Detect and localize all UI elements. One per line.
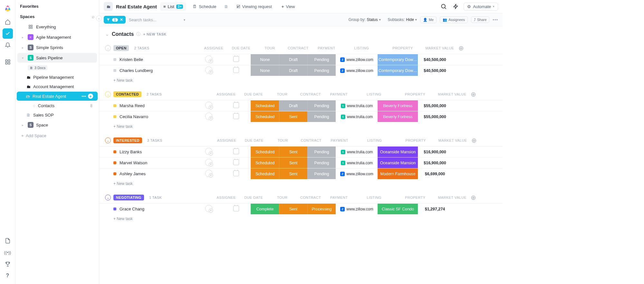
sidebar-item-account-mgmt[interactable]: 🖿 Account Management <box>17 82 97 91</box>
contract-cell[interactable]: Sent <box>279 111 307 122</box>
market-value-cell[interactable]: $16,900,000 <box>418 157 452 168</box>
property-cell[interactable]: Contemporary Dow… <box>378 65 418 76</box>
property-cell[interactable]: Oceanside Mansion <box>378 147 418 157</box>
filter-chip[interactable]: 1 ✕ <box>104 16 126 24</box>
table-row[interactable]: Kristen Belle None Draft Pending Zwww.zi… <box>99 54 503 65</box>
market-value-cell[interactable]: $16,900,000 <box>418 147 452 157</box>
add-assignee-icon[interactable] <box>205 56 212 63</box>
task-name[interactable]: Ashley James <box>99 169 196 179</box>
calendar-icon[interactable] <box>233 56 239 62</box>
property-cell[interactable]: Modern Farmhouse <box>378 168 418 179</box>
assignee-cell[interactable] <box>196 102 222 110</box>
market-value-cell[interactable]: $40,500,000 <box>418 54 452 65</box>
property-cell[interactable]: Beverly Fortress <box>378 111 418 122</box>
property-cell[interactable]: Oceanside Mansion <box>378 157 418 168</box>
sidebar-item-agile[interactable]: ▸ ≡ Agile Management <box>17 32 97 42</box>
calendar-icon[interactable] <box>233 113 239 119</box>
search-icon[interactable] <box>439 2 448 11</box>
assignee-cell[interactable] <box>196 66 222 75</box>
table-row[interactable]: Marvel Watson Scheduled Sent Pending tww… <box>99 157 503 168</box>
spaces-header[interactable]: Spaces⌕ <box>15 11 99 22</box>
due-date-cell[interactable] <box>222 170 251 177</box>
col-tour[interactable]: TOUR <box>268 196 296 199</box>
table-row[interactable]: Grace Chang Complete Sent Processing Zww… <box>99 203 503 214</box>
search-icon[interactable]: ⌕ <box>92 14 94 19</box>
trophy-icon[interactable] <box>3 259 13 269</box>
collapse-group-icon[interactable]: ⌄ <box>105 137 111 143</box>
add-assignee-icon[interactable] <box>205 159 212 166</box>
col-property[interactable]: PROPERTY <box>395 92 435 96</box>
assignee-cell[interactable] <box>196 148 222 156</box>
col-assignee[interactable]: ASSIGNEE <box>201 46 226 50</box>
calendar-icon[interactable] <box>233 159 239 165</box>
task-name[interactable]: Marvel Watson <box>99 158 196 168</box>
more-icon[interactable]: ••• <box>493 17 498 22</box>
sidebar-collapse-toggle[interactable]: ‹ <box>96 15 102 21</box>
tour-cell[interactable]: Scheduled <box>251 157 279 168</box>
add-column-button[interactable]: ⊕ <box>469 194 478 201</box>
contract-cell[interactable]: Draft <box>279 100 307 111</box>
more-icon[interactable]: ••• <box>82 94 86 99</box>
sidebar-item-pipeline-mgmt[interactable]: 🖿 Pipeline Management <box>17 73 97 82</box>
due-date-cell[interactable] <box>222 113 251 120</box>
folder-icon[interactable]: 🖿 <box>104 2 113 11</box>
col-contract[interactable]: CONTRACT <box>296 196 325 199</box>
sidebar-item-contacts[interactable]: ○ Contacts 8 <box>17 101 97 110</box>
col-listing[interactable]: LISTING <box>354 138 396 142</box>
collapse-group-icon[interactable]: ⌄ <box>105 195 111 200</box>
add-assignee-icon[interactable] <box>205 113 212 120</box>
contract-cell[interactable]: Sent <box>279 168 307 179</box>
listing-cell[interactable]: twww.trulia.com <box>336 111 378 122</box>
col-tour[interactable]: TOUR <box>269 138 297 142</box>
tour-cell[interactable]: None <box>251 65 279 76</box>
notifications-icon[interactable] <box>3 40 13 50</box>
add-space-button[interactable]: + Add Space <box>15 130 99 141</box>
help-icon[interactable]: ? <box>3 270 13 281</box>
col-tour[interactable]: TOUR <box>255 46 284 50</box>
col-property[interactable]: PROPERTY <box>396 138 436 142</box>
col-due[interactable]: DUE DATE <box>226 46 255 50</box>
add-icon[interactable]: + <box>88 94 93 99</box>
add-column-button[interactable]: ⊕ <box>469 90 478 98</box>
assignee-cell[interactable] <box>196 170 222 178</box>
listing-cell[interactable]: Zwww.zillow.com <box>336 168 378 179</box>
task-name[interactable]: Charles Lundberg <box>99 66 196 76</box>
payment-cell[interactable]: Pending <box>307 147 336 157</box>
add-view-button[interactable]: + View <box>278 2 298 11</box>
pulse-icon[interactable]: ((•)) <box>3 247 13 258</box>
add-assignee-icon[interactable] <box>205 205 212 212</box>
assignee-cell[interactable] <box>196 205 222 213</box>
tab-viewing-request[interactable]: 🗹 Viewing request <box>233 2 275 11</box>
row-add-cell[interactable] <box>452 204 461 214</box>
add-assignee-icon[interactable] <box>205 102 212 109</box>
automate-button[interactable]: ⚙ Automate ▾ <box>464 3 498 11</box>
col-listing[interactable]: LISTING <box>341 46 382 50</box>
assignees-filter[interactable]: 👥Assignees <box>440 16 468 23</box>
tour-cell[interactable]: Complete <box>251 204 279 214</box>
col-value[interactable]: MARKET VALUE <box>435 92 469 96</box>
contract-cell[interactable]: Draft <box>279 65 307 76</box>
col-value[interactable]: MARKET VALUE <box>436 138 470 142</box>
row-add-cell[interactable] <box>452 54 461 65</box>
new-task-button[interactable]: + NEW TASK <box>143 32 166 36</box>
apps-icon[interactable] <box>3 57 13 67</box>
table-row[interactable]: Charles Lundberg None Draft Pending Zwww… <box>99 65 503 76</box>
subtasks-control[interactable]: Subtasks: Hide ▾ <box>388 17 417 22</box>
due-date-cell[interactable] <box>222 102 251 109</box>
payment-cell[interactable]: Pending <box>307 65 336 76</box>
bolt-icon[interactable] <box>451 2 460 11</box>
row-add-cell[interactable] <box>452 111 461 122</box>
add-column-button[interactable]: ⊕ <box>470 137 479 144</box>
tab-unnamed-doc[interactable]: 🗎 <box>223 2 230 11</box>
col-value[interactable]: MARKET VALUE <box>435 196 469 199</box>
assignee-cell[interactable] <box>196 113 222 121</box>
col-payment[interactable]: PAYMENT <box>325 92 353 96</box>
col-contract[interactable]: CONTRACT <box>284 46 312 50</box>
new-task-button[interactable]: + New task <box>99 179 503 187</box>
contract-cell[interactable]: Sent <box>279 204 307 214</box>
sidebar-item-space[interactable]: ▸ S Space <box>17 120 97 130</box>
add-column-button[interactable]: ⊕ <box>457 44 466 52</box>
me-filter[interactable]: 👤Me <box>420 16 437 23</box>
calendar-icon[interactable] <box>233 170 239 176</box>
table-row[interactable]: Marsha Reed Scheduled Draft Pending twww… <box>99 100 503 111</box>
